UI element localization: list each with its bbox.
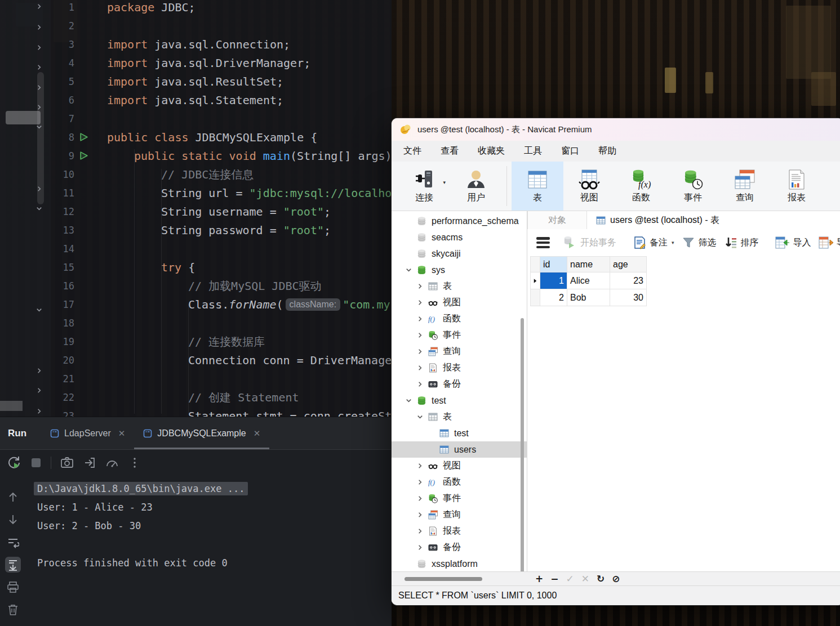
trash-icon[interactable] [5, 602, 21, 618]
filter-button[interactable]: 筛选 [682, 236, 717, 249]
toolbar-view-button[interactable]: 视图 [563, 162, 615, 211]
chevron-right-icon[interactable] [416, 478, 424, 486]
up-arrow-icon[interactable] [5, 489, 21, 505]
note-button[interactable]: 备注▾ [633, 236, 674, 249]
run-gutter-icon[interactable] [79, 151, 88, 160]
toolbar-event-button[interactable]: 事件 [667, 162, 719, 211]
tree-item-performance_schema[interactable]: performance_schema [392, 213, 527, 229]
tree-item-视图[interactable]: 视图 [392, 294, 527, 311]
toolbar-query-button[interactable]: 查询 [719, 162, 771, 211]
down-arrow-icon[interactable] [5, 512, 21, 527]
run-gutter-icon[interactable] [79, 132, 88, 142]
gauge-icon[interactable] [105, 456, 119, 470]
print-icon[interactable] [5, 579, 21, 595]
tree-item-事件[interactable]: 事件 [392, 327, 527, 343]
grid-menu-button[interactable] [536, 237, 550, 248]
chevron-right-icon[interactable] [416, 462, 424, 470]
chevron-right-icon[interactable] [416, 364, 424, 372]
cell-id-row2[interactable]: 2 [540, 289, 567, 306]
tree-item-事件[interactable]: 事件 [392, 490, 527, 507]
import-button[interactable]: 导入 [775, 236, 811, 249]
tree-item-表[interactable]: 表 [392, 409, 527, 425]
chevron-right-icon[interactable] [416, 494, 424, 502]
tab-objects[interactable]: 对象 [527, 211, 587, 229]
menu-工具[interactable]: 工具 [514, 145, 552, 157]
chevron-right-icon[interactable] [416, 298, 424, 306]
stop-icon[interactable]: ⊘ [612, 574, 620, 584]
tree-item-报表[interactable]: 报表 [392, 360, 527, 376]
toolbar-table-button[interactable]: 表 [512, 162, 563, 211]
export-button[interactable]: 导出 [819, 236, 840, 249]
chevron-right-icon[interactable] [416, 315, 424, 323]
menu-收藏夹[interactable]: 收藏夹 [468, 145, 514, 157]
row-marker[interactable] [530, 272, 540, 289]
tree-item-报表[interactable]: 报表 [392, 523, 527, 539]
tree-item-xssplatform[interactable]: xssplatform [392, 556, 527, 571]
navicat-titlebar[interactable]: users @test (localhost) - 表 - Navicat Pr… [392, 118, 840, 141]
tree-item-test[interactable]: test [392, 392, 527, 409]
menu-窗口[interactable]: 窗口 [552, 145, 589, 157]
chevron-right-icon[interactable] [416, 282, 424, 290]
dropdown-caret-icon[interactable]: ▾ [672, 240, 674, 245]
tab-table-view[interactable]: users @test (localhost) - 表 [587, 211, 728, 229]
menu-帮助[interactable]: 帮助 [589, 145, 626, 157]
cell-name-row2[interactable]: Bob [567, 289, 610, 306]
dropdown-caret-icon[interactable]: ▾ [443, 180, 446, 185]
column-header-name[interactable]: name [567, 256, 610, 272]
tree-item-sys[interactable]: sys [392, 262, 527, 278]
run-tab-ldapserver[interactable]: LdapServer✕ [41, 417, 134, 449]
chevron-down-icon[interactable] [405, 266, 412, 274]
cell-id-row1[interactable]: 1 [540, 272, 567, 289]
tree-item-test[interactable]: test [392, 425, 527, 441]
stop-icon[interactable] [30, 457, 42, 468]
chevron-right-icon[interactable] [416, 543, 424, 551]
refresh-icon[interactable]: ↻ [597, 574, 605, 584]
tree-item-seacms[interactable]: seacms [392, 229, 527, 245]
tree-item-备份[interactable]: 备份 [392, 539, 527, 556]
code-token: // 连接数据库 [188, 335, 265, 348]
tree-item-函数[interactable]: f()函数 [392, 311, 527, 327]
chevron-right-icon[interactable] [416, 347, 424, 355]
add-record-icon[interactable]: + [535, 574, 543, 584]
note-icon [633, 236, 646, 249]
rerun-icon[interactable] [7, 455, 21, 470]
toolbar-user-button[interactable]: 用户 [450, 162, 502, 211]
close-tab-icon[interactable]: ✕ [254, 428, 261, 439]
sort-button[interactable]: 排序 [724, 236, 759, 249]
run-tab-jdbcmysqlexample[interactable]: JDBCMySQLExample✕ [134, 417, 269, 449]
sidebar-horizontal-scrollbar[interactable] [405, 577, 482, 581]
delete-record-icon[interactable]: − [550, 574, 558, 584]
chevron-down-icon[interactable] [416, 413, 424, 421]
chevron-right-icon[interactable] [416, 380, 424, 388]
chevron-down-icon[interactable] [405, 396, 412, 404]
toolbar-function-button[interactable]: f(x)函数 [615, 162, 667, 211]
column-header-id[interactable]: id [540, 256, 567, 272]
toolbar-report-button[interactable]: 报表 [771, 162, 823, 211]
column-header-age[interactable]: age [610, 256, 647, 272]
attach-icon[interactable] [83, 456, 96, 470]
more-icon[interactable] [128, 456, 141, 470]
tree-item-视图[interactable]: 视图 [392, 458, 527, 474]
tree-item-表[interactable]: 表 [392, 278, 527, 294]
tree-item-备份[interactable]: 备份 [392, 376, 527, 392]
tree-item-查询[interactable]: 查询 [392, 507, 527, 523]
tree-item-查询[interactable]: 查询 [392, 343, 527, 360]
chevron-right-icon[interactable] [416, 511, 424, 518]
sidebar-vertical-scrollbar[interactable] [521, 318, 524, 585]
cell-age-row2[interactable]: 30 [610, 289, 647, 306]
row-marker[interactable] [530, 289, 540, 306]
cell-name-row1[interactable]: Alice [567, 272, 610, 289]
scroll-to-end-icon[interactable] [5, 557, 21, 573]
toolbar-connection-button[interactable]: 连接▾ [398, 162, 450, 211]
tree-item-users[interactable]: users [392, 441, 527, 458]
menu-文件[interactable]: 文件 [394, 145, 431, 157]
menu-查看[interactable]: 查看 [431, 145, 468, 157]
camera-icon[interactable] [60, 456, 74, 470]
tree-item-skycaiji[interactable]: skycaiji [392, 245, 527, 262]
soft-wrap-icon[interactable] [5, 534, 21, 550]
chevron-right-icon[interactable] [416, 527, 424, 535]
close-tab-icon[interactable]: ✕ [118, 428, 126, 439]
tree-item-函数[interactable]: f()函数 [392, 474, 527, 490]
cell-age-row1[interactable]: 23 [610, 272, 647, 289]
chevron-right-icon[interactable] [416, 331, 424, 339]
